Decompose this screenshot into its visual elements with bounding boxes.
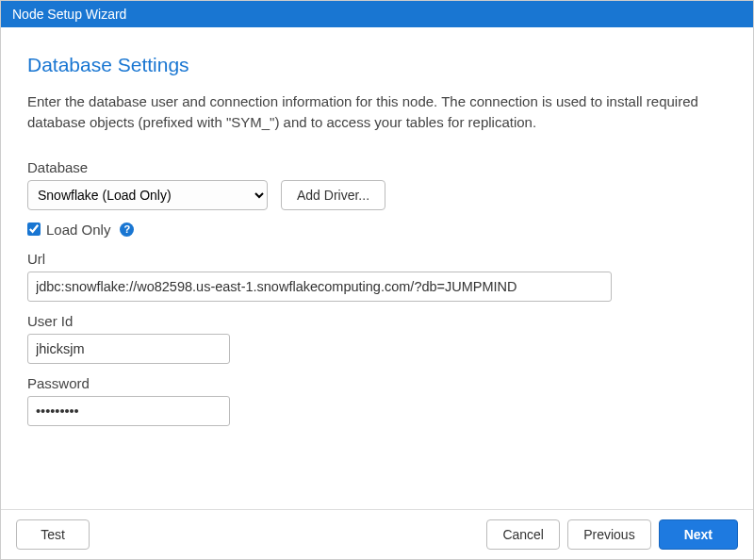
cancel-button[interactable]: Cancel <box>486 519 560 550</box>
load-only-row: Load Only ? <box>27 222 727 238</box>
userid-field: User Id <box>27 313 727 364</box>
add-driver-button[interactable]: Add Driver... <box>281 180 385 210</box>
password-input[interactable] <box>27 396 230 426</box>
wizard-footer: Test Cancel Previous Next <box>1 509 753 559</box>
test-button[interactable]: Test <box>16 519 90 550</box>
page-intro: Enter the database user and connection i… <box>27 91 727 133</box>
password-label: Password <box>27 375 727 391</box>
page-heading: Database Settings <box>27 54 727 76</box>
load-only-checkbox[interactable] <box>27 222 41 236</box>
database-label: Database <box>27 159 727 175</box>
help-icon[interactable]: ? <box>120 222 134 237</box>
url-input[interactable] <box>27 272 612 302</box>
window-titlebar: Node Setup Wizard <box>1 1 753 27</box>
previous-button[interactable]: Previous <box>567 519 650 550</box>
url-field: Url <box>27 251 727 302</box>
database-select[interactable]: Snowflake (Load Only) <box>27 180 268 210</box>
password-field: Password <box>27 375 727 426</box>
load-only-label: Load Only <box>46 222 110 238</box>
userid-label: User Id <box>27 313 727 329</box>
url-label: Url <box>27 251 727 267</box>
next-button[interactable]: Next <box>659 519 738 550</box>
database-field: Database Snowflake (Load Only) Add Drive… <box>27 159 727 210</box>
userid-input[interactable] <box>27 334 230 364</box>
window-title: Node Setup Wizard <box>12 7 126 22</box>
wizard-content: Database Settings Enter the database use… <box>1 27 753 509</box>
